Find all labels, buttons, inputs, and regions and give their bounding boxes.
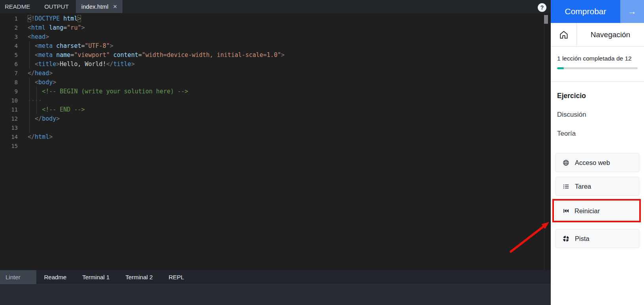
- code-token: "ru": [67, 24, 81, 31]
- code-token: [28, 106, 42, 113]
- code-line[interactable]: 3<head>: [0, 32, 551, 42]
- scrollbar-thumb[interactable]: [544, 15, 548, 24]
- line-number: 12: [0, 114, 18, 123]
- action-button-pista[interactable]: Pista: [555, 229, 639, 248]
- editor-tab-output[interactable]: OUTPUT: [37, 0, 76, 13]
- code-line[interactable]: 12 </body>: [0, 114, 551, 123]
- indent-guide: [29, 78, 30, 133]
- bottom-tab-readme[interactable]: Readme: [36, 270, 75, 284]
- code-token: [28, 51, 35, 59]
- code-line-text: ····: [18, 96, 42, 105]
- scrollbar-track: [544, 13, 544, 270]
- action-button-tarea[interactable]: Tarea: [555, 177, 639, 196]
- menu-item-discusi-n[interactable]: Discusión: [557, 105, 638, 124]
- code-line[interactable]: 11 <!-- END -->: [0, 105, 551, 114]
- line-number: 2: [0, 23, 18, 32]
- code-line-text: [18, 142, 28, 151]
- bottom-tab-terminal-1[interactable]: Terminal 1: [74, 270, 117, 284]
- code-token: html: [31, 24, 45, 31]
- check-button[interactable]: Comprobar: [551, 0, 620, 23]
- line-number: 4: [0, 42, 18, 51]
- bottom-tab-repl[interactable]: REPL: [161, 270, 192, 284]
- code-token: "UTF-8": [85, 42, 110, 49]
- help-icon[interactable]: ?: [538, 3, 546, 12]
- code-token: <: [28, 33, 31, 40]
- code-line[interactable]: 10····: [0, 96, 551, 105]
- line-number: 7: [0, 69, 18, 78]
- editor-tab-label: README: [5, 3, 30, 10]
- indent-guide: [36, 87, 37, 114]
- code-token: >: [56, 61, 60, 68]
- action-button-label: Tarea: [575, 183, 591, 190]
- code-token: [28, 79, 35, 86]
- progress-bar: [557, 67, 638, 69]
- line-number: 3: [0, 32, 18, 42]
- lesson-sidebar: Comprobar → Navegación 1 lección complet…: [551, 0, 644, 305]
- code-line[interactable]: 8 <body>: [0, 78, 551, 87]
- code-token: html: [35, 133, 49, 140]
- menu-item-ejercicio[interactable]: Ejercicio: [557, 86, 638, 105]
- code-line[interactable]: 14</html>: [0, 133, 551, 142]
- code-token: </: [106, 61, 113, 68]
- code-line[interactable]: 6 <title>Hello, World!</title>: [0, 60, 551, 69]
- line-number: 10: [0, 96, 18, 105]
- code-token: =: [81, 42, 85, 49]
- code-line-text: <!-- BEGIN (write your solution here) --…: [18, 87, 188, 96]
- bottom-tab-linter[interactable]: Linter: [0, 270, 36, 284]
- home-button[interactable]: [551, 23, 577, 46]
- code-line-text: <head>: [18, 32, 49, 42]
- next-arrow-button[interactable]: →: [620, 0, 644, 23]
- navigation-row: Navegación: [551, 23, 644, 47]
- line-number: 15: [0, 142, 18, 151]
- code-line[interactable]: 15: [0, 142, 551, 151]
- code-token: title: [38, 61, 56, 68]
- action-button-label: Acceso web: [575, 159, 610, 167]
- code-editor-region: READMEOUTPUTindex.html× ? 1<!DOCTYPE htm…: [0, 0, 551, 305]
- life-ring-icon: [562, 235, 570, 242]
- editor-tab-readme[interactable]: README: [0, 0, 37, 13]
- indent-guide: [29, 42, 30, 69]
- code-token: <!-- END -->: [42, 106, 85, 113]
- code-token: <: [35, 61, 38, 68]
- code-line[interactable]: 7</head>: [0, 69, 551, 78]
- code-line[interactable]: 1<!DOCTYPE html>: [0, 14, 551, 23]
- code-line-text: [18, 123, 28, 133]
- code-line-text: <meta name="viewport" content="width=dev…: [18, 51, 284, 60]
- action-button-reiniciar[interactable]: Reiniciar: [555, 201, 639, 220]
- code-token: [28, 88, 42, 95]
- code-token: >: [131, 61, 135, 68]
- code-line[interactable]: 9 <!-- BEGIN (write your solution here) …: [0, 87, 551, 96]
- code-token: >: [77, 15, 81, 22]
- code-line-text: <!DOCTYPE html>: [18, 14, 81, 23]
- navigation-menu-button[interactable]: Navegación: [577, 23, 644, 46]
- bottom-tab-terminal-2[interactable]: Terminal 2: [117, 270, 160, 284]
- code-token: [28, 115, 35, 122]
- line-number: 14: [0, 133, 18, 142]
- bottom-tabbar: LinterReadmeTerminal 1Terminal 2REPL: [0, 270, 551, 284]
- code-token: <: [35, 79, 38, 86]
- home-icon: [559, 30, 569, 40]
- code-token: title: [113, 61, 131, 68]
- action-button-acceso-web[interactable]: Acceso web: [555, 153, 639, 172]
- code-token: ····: [28, 97, 42, 104]
- list-icon: [562, 183, 570, 190]
- code-line[interactable]: 2<html lang="ru">: [0, 23, 551, 32]
- code-token: "viewport": [74, 51, 109, 59]
- code-token: </: [28, 70, 35, 77]
- line-number: 11: [0, 105, 18, 114]
- editor-tab-label: index.html: [81, 3, 108, 10]
- editor-tab-index-html[interactable]: index.html×: [76, 0, 122, 13]
- code-line[interactable]: 5 <meta name="viewport" content="width=d…: [0, 51, 551, 60]
- code-token: >: [81, 24, 85, 31]
- close-icon[interactable]: ×: [113, 3, 117, 10]
- line-number: 6: [0, 60, 18, 69]
- code-line[interactable]: 13: [0, 123, 551, 133]
- code-area[interactable]: 1<!DOCTYPE html>2<html lang="ru">3<head>…: [0, 13, 551, 271]
- code-line[interactable]: 4 <meta charset="UTF-8">: [0, 42, 551, 51]
- menu-item-teor-a[interactable]: Teoría: [557, 124, 638, 143]
- code-line-text: <meta charset="UTF-8">: [18, 42, 113, 51]
- code-token: >: [49, 70, 53, 77]
- progress-label: 1 lección completada de 12: [557, 55, 638, 62]
- progress-section: 1 lección completada de 12: [551, 47, 644, 82]
- arrow-right-icon: →: [628, 6, 636, 17]
